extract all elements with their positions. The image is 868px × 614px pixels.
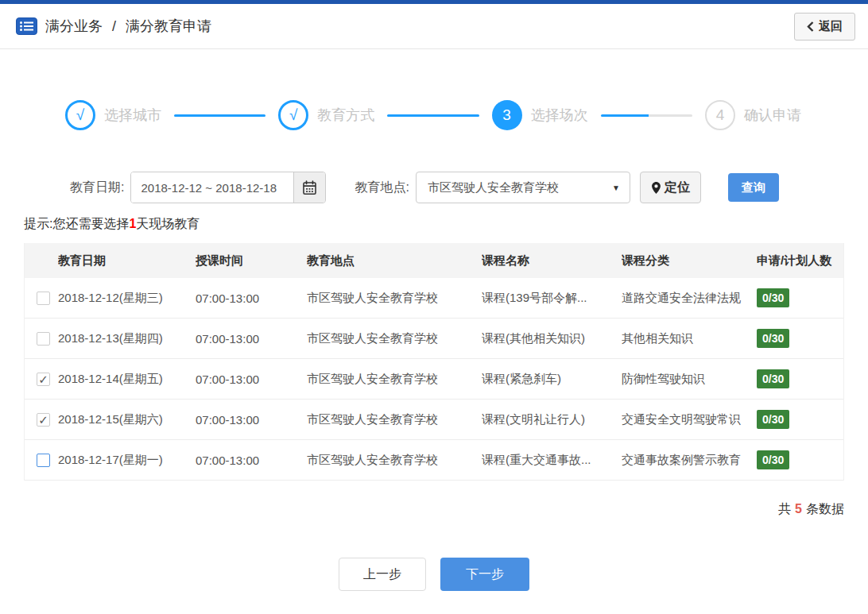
row-date: 2018-12-12(星期三): [58, 291, 196, 306]
table-header-cell: 课程名称: [482, 253, 622, 268]
summary-suffix: 条数据: [806, 502, 844, 516]
page-header: 满分业务 / 满分教育申请 返回: [0, 4, 868, 49]
row-checkbox[interactable]: [37, 454, 50, 467]
table-body: 2018-12-12(星期三) 07:00-13:00 市区驾驶人安全教育学校 …: [25, 278, 843, 481]
summary-prefix: 共: [778, 502, 791, 516]
chevron-down-icon: ▼: [612, 183, 620, 192]
list-icon: [16, 17, 37, 35]
step-4-label: 确认申请: [744, 106, 801, 125]
row-category: 其他相关知识: [622, 331, 757, 346]
back-button[interactable]: 返回: [794, 13, 855, 41]
calendar-button[interactable]: [293, 172, 325, 203]
row-date: 2018-12-17(星期一): [58, 453, 196, 468]
row-quota-badge: 0/30: [757, 450, 789, 469]
step-2-label: 教育方式: [317, 106, 374, 125]
row-checkbox[interactable]: [37, 332, 50, 346]
search-button[interactable]: 查询: [728, 173, 779, 202]
map-pin-icon: [651, 181, 661, 195]
connector-3: [601, 114, 692, 117]
row-quota-badge: 0/30: [757, 288, 789, 307]
calendar-icon: [302, 180, 317, 195]
table-header-cell: 申请/计划人数: [757, 253, 843, 268]
breadcrumb-separator: /: [112, 18, 116, 35]
step-4-indicator: 4: [705, 100, 735, 130]
record-count-summary: 共5条数据: [24, 501, 844, 518]
step-select-city: √ 选择城市: [65, 100, 161, 130]
locate-button[interactable]: 定位: [640, 172, 701, 203]
step-confirm-application: 4 确认申请: [705, 100, 801, 130]
step-2-indicator: √: [278, 100, 308, 130]
location-select-value: 市区驾驶人安全教育学校: [428, 180, 559, 195]
row-course: 课程(紧急刹车): [482, 372, 622, 387]
table-row: 2018-12-12(星期三) 07:00-13:00 市区驾驶人安全教育学校 …: [25, 278, 843, 319]
next-step-button[interactable]: 下一步: [440, 558, 529, 591]
locate-button-label: 定位: [665, 180, 690, 196]
table-header-row: 教育日期授课时间教育地点课程名称课程分类申请/计划人数: [25, 243, 843, 278]
connector-1: [174, 114, 265, 117]
step-1-indicator: √: [65, 100, 95, 130]
row-location: 市区驾驶人安全教育学校: [307, 331, 482, 346]
step-3-label: 选择场次: [531, 106, 588, 125]
row-time: 07:00-13:00: [196, 373, 307, 386]
row-checkbox[interactable]: ✓: [37, 373, 50, 386]
row-checkbox[interactable]: ✓: [37, 413, 50, 427]
table-header-cell: 课程分类: [622, 253, 757, 268]
row-location: 市区驾驶人安全教育学校: [307, 291, 482, 306]
breadcrumb: 满分业务 / 满分教育申请: [16, 17, 211, 36]
row-checkbox[interactable]: [37, 292, 50, 305]
row-category: 道路交通安全法律法规: [622, 291, 757, 306]
row-date: 2018-12-14(星期五): [58, 372, 196, 387]
row-location: 市区驾驶人安全教育学校: [307, 372, 482, 387]
table-header-cell: 教育日期: [58, 253, 196, 268]
step-1-label: 选择城市: [104, 106, 161, 125]
stepper: √ 选择城市 √ 教育方式 3 选择场次 4 确认申请: [65, 100, 801, 130]
row-time: 07:00-13:00: [196, 292, 307, 305]
row-quota-badge: 0/30: [757, 369, 789, 388]
footer-actions: 上一步 下一步: [0, 558, 868, 591]
row-category: 防御性驾驶知识: [622, 372, 757, 387]
row-location: 市区驾驶人安全教育学校: [307, 453, 482, 468]
chevron-left-icon: [807, 21, 814, 32]
table-row: 2018-12-13(星期四) 07:00-13:00 市区驾驶人安全教育学校 …: [25, 319, 843, 359]
row-course: 课程(139号部令解...: [482, 291, 622, 306]
location-label: 教育地点:: [355, 180, 409, 196]
table-header-cell: 教育地点: [307, 253, 482, 268]
breadcrumb-page: 满分教育申请: [126, 17, 211, 36]
step-select-session: 3 选择场次: [492, 100, 588, 130]
sessions-table: 教育日期授课时间教育地点课程名称课程分类申请/计划人数 2018-12-12(星…: [24, 243, 844, 481]
filter-bar: 教育日期: 教育地点: 市区驾驶人安全教育学校 ▼ 定位 查询: [70, 172, 868, 203]
record-count: 5: [795, 502, 802, 516]
row-date: 2018-12-13(星期四): [58, 331, 196, 346]
row-course: 课程(重大交通事故...: [482, 453, 622, 468]
location-select[interactable]: 市区驾驶人安全教育学校 ▼: [416, 172, 630, 203]
hint-prefix: 提示:您还需要选择: [24, 217, 129, 230]
breadcrumb-section[interactable]: 满分业务: [45, 17, 103, 36]
hint-message: 提示:您还需要选择1天现场教育: [24, 216, 868, 233]
table-row: ✓ 2018-12-15(星期六) 07:00-13:00 市区驾驶人安全教育学…: [25, 400, 843, 440]
previous-step-button[interactable]: 上一步: [339, 558, 426, 591]
step-education-mode: √ 教育方式: [278, 100, 374, 130]
row-quota-badge: 0/30: [757, 329, 789, 348]
table-row: 2018-12-17(星期一) 07:00-13:00 市区驾驶人安全教育学校 …: [25, 440, 843, 481]
hint-suffix: 天现场教育: [136, 217, 200, 230]
row-time: 07:00-13:00: [196, 413, 307, 427]
row-course: 课程(其他相关知识): [482, 331, 622, 346]
row-category: 交通安全文明驾驶常识: [622, 412, 757, 427]
step-3-indicator: 3: [492, 100, 522, 130]
date-range-group: [130, 172, 326, 203]
table-row: ✓ 2018-12-14(星期五) 07:00-13:00 市区驾驶人安全教育学…: [25, 359, 843, 400]
connector-2: [387, 114, 479, 117]
row-time: 07:00-13:00: [196, 332, 307, 346]
table-header-cell: 授课时间: [196, 253, 307, 268]
row-category: 交通事故案例警示教育: [622, 453, 757, 468]
row-time: 07:00-13:00: [196, 454, 307, 467]
row-date: 2018-12-15(星期六): [58, 412, 196, 427]
row-course: 课程(文明礼让行人): [482, 412, 622, 427]
date-range-input[interactable]: [131, 172, 293, 203]
row-location: 市区驾驶人安全教育学校: [307, 412, 482, 427]
date-label: 教育日期:: [70, 180, 124, 196]
back-button-label: 返回: [819, 19, 843, 34]
row-quota-badge: 0/30: [757, 410, 789, 429]
